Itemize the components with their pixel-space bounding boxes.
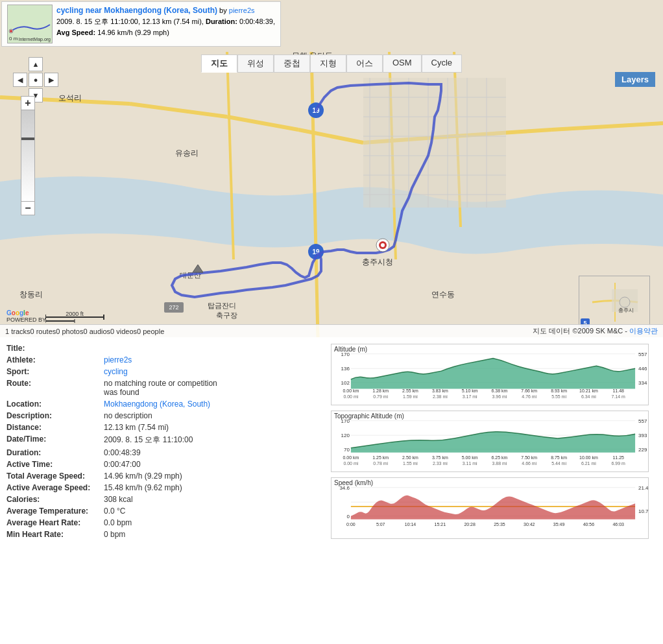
row-calories: Calories: 308 kcal bbox=[6, 495, 324, 504]
svg-text:2.33 mi: 2.33 mi bbox=[433, 461, 448, 466]
svg-text:3.11 mi: 3.11 mi bbox=[463, 461, 477, 466]
svg-text:557 ft: 557 ft bbox=[638, 352, 648, 357]
svg-text:3.17 mi: 3.17 mi bbox=[463, 394, 477, 399]
svg-text:11.48: 11.48 bbox=[612, 388, 624, 393]
svg-point-58 bbox=[620, 297, 630, 307]
row-distance: Distance: 12.13 km (7.54 mi) bbox=[6, 423, 324, 432]
value-total-avg-speed: 14.96 km/h (9.29 mph) bbox=[104, 471, 182, 481]
zoom-out-button[interactable]: − bbox=[21, 201, 35, 215]
tab-cycle[interactable]: Cycle bbox=[422, 54, 463, 73]
svg-text:6.21 mi: 6.21 mi bbox=[581, 461, 596, 466]
tab-jido[interactable]: 지도 bbox=[201, 54, 237, 73]
svg-text:3.83 km: 3.83 km bbox=[432, 388, 448, 393]
svg-text:3.75 km: 3.75 km bbox=[432, 455, 448, 460]
value-athlete[interactable]: pierre2s bbox=[104, 355, 132, 364]
mini-map: 충주시 5 bbox=[579, 276, 650, 331]
label-active-time: Active Time: bbox=[6, 460, 104, 469]
value-route: no matching route or competitionwas foun… bbox=[104, 379, 217, 397]
row-athlete: Athlete: pierre2s bbox=[6, 355, 324, 364]
svg-text:6.38 km: 6.38 km bbox=[492, 388, 508, 393]
value-distance: 12.13 km (7.54 mi) bbox=[104, 423, 169, 432]
chart2-svg: 170 120 70 557 ft 393 229 0.00 km 1.25 k… bbox=[332, 411, 648, 471]
svg-text:70: 70 bbox=[344, 447, 350, 453]
svg-text:15:21: 15:21 bbox=[435, 522, 446, 527]
tab-osm[interactable]: OSM bbox=[383, 54, 422, 73]
tab-wisong[interactable]: 위성 bbox=[237, 54, 274, 73]
svg-text:0.00 mi: 0.00 mi bbox=[343, 394, 358, 399]
value-active-avg-speed: 15.48 km/h (9.62 mph) bbox=[104, 483, 182, 492]
row-route: Route: no matching route or competitionw… bbox=[6, 379, 324, 397]
label-location: Location: bbox=[6, 400, 104, 409]
svg-text:500 m: 500 m bbox=[53, 323, 67, 324]
pan-left-button[interactable]: ◀ bbox=[13, 73, 27, 87]
zoom-slider[interactable] bbox=[21, 110, 35, 201]
stats-videos: 0 videos bbox=[110, 328, 137, 335]
label-calories: Calories: bbox=[6, 495, 104, 504]
map-license-link[interactable]: 이용약관 bbox=[629, 326, 658, 336]
tab-eos[interactable]: 어스 bbox=[346, 54, 383, 73]
svg-text:272: 272 bbox=[169, 304, 178, 311]
svg-text:10:14: 10:14 bbox=[405, 522, 416, 527]
svg-text:4.66 mi: 4.66 mi bbox=[522, 461, 536, 466]
label-avg-temp: Average Temperature: bbox=[6, 507, 104, 516]
value-datetime: 2009. 8. 15 오후 11:10:00 bbox=[104, 435, 193, 446]
svg-text:0: 0 bbox=[346, 514, 350, 519]
label-min-hr: Min Heart Rate: bbox=[6, 530, 104, 539]
svg-text:40:56: 40:56 bbox=[583, 522, 595, 527]
svg-text:229: 229 bbox=[638, 447, 647, 453]
svg-text:3.88 mi: 3.88 mi bbox=[492, 461, 507, 466]
svg-text:5.10 km: 5.10 km bbox=[462, 388, 478, 393]
row-min-hr: Min Heart Rate: 0 bpm bbox=[6, 530, 324, 539]
pan-center-button[interactable]: ● bbox=[29, 73, 43, 87]
popup-content: cycling near Mokhaengdong (Korea, South)… bbox=[56, 5, 275, 38]
svg-point-47 bbox=[10, 30, 12, 32]
svg-text:유송리: 유송리 bbox=[175, 149, 199, 158]
value-sport[interactable]: cycling bbox=[104, 367, 128, 376]
chart3-svg: 34.6 0 21.4 mph 10.7 0:00 5:07 10:14 15:… bbox=[332, 478, 648, 538]
stats-bar: 1 tracks 0 routes 0 photos 0 audios 0 vi… bbox=[0, 324, 663, 337]
value-avg-temp: 0.0 °C bbox=[104, 507, 125, 516]
stats-audios: 0 audios bbox=[83, 328, 110, 335]
svg-text:334: 334 bbox=[638, 380, 647, 386]
svg-text:0.00 km: 0.00 km bbox=[343, 455, 359, 460]
svg-text:25:35: 25:35 bbox=[494, 522, 505, 527]
map-data-label: 지도 데이터 ©2009 SK M&C - bbox=[533, 326, 627, 336]
svg-text:6.25 km: 6.25 km bbox=[492, 455, 508, 460]
svg-text:0.00 mi: 0.00 mi bbox=[343, 461, 358, 466]
layers-button[interactable]: Layers bbox=[615, 72, 655, 87]
tab-jungchop[interactable]: 중첩 bbox=[274, 54, 310, 73]
label-sport: Sport: bbox=[6, 367, 104, 376]
svg-text:7.66 km: 7.66 km bbox=[521, 388, 537, 393]
row-total-avg-speed: Total Average Speed: 14.96 km/h (9.29 mp… bbox=[6, 471, 324, 481]
map-container: 19 19 272 오석리 유송리 창동리 대문산 탑금잔디 축구장 목행·용탄… bbox=[0, 0, 663, 337]
pan-up-button[interactable]: ▲ bbox=[29, 57, 43, 71]
chart1-title: Altitude (m) bbox=[334, 346, 367, 353]
value-avg-hr: 0.0 bpm bbox=[104, 518, 132, 527]
svg-text:10.7: 10.7 bbox=[638, 508, 648, 514]
zoom-control: + − bbox=[21, 96, 35, 215]
svg-text:충주시청: 충주시청 bbox=[362, 257, 393, 267]
svg-text:35:49: 35:49 bbox=[553, 522, 565, 527]
row-active-time: Active Time: 0:00:47:00 bbox=[6, 460, 324, 469]
topo-altitude-chart: Topographic Altitude (m) 170 120 70 557 … bbox=[331, 411, 649, 472]
svg-text:8.93 km: 8.93 km bbox=[551, 388, 567, 393]
popup-title: cycling near Mokhaengdong (Korea, South) bbox=[56, 6, 217, 15]
svg-text:5.44 mi: 5.44 mi bbox=[551, 461, 566, 466]
pan-right-button[interactable]: ▶ bbox=[44, 73, 58, 87]
row-datetime: Date/Time: 2009. 8. 15 오후 11:10:00 bbox=[6, 435, 324, 446]
value-location[interactable]: Mokhaengdong (Korea, South) bbox=[104, 400, 210, 409]
label-duration: Duration: bbox=[6, 448, 104, 457]
svg-text:4.76 mi: 4.76 mi bbox=[522, 394, 536, 399]
value-duration: 0:00:48:39 bbox=[104, 448, 141, 457]
svg-text:6.99 m: 6.99 m bbox=[612, 461, 626, 466]
zoom-in-button[interactable]: + bbox=[21, 96, 35, 110]
label-title: Title: bbox=[6, 344, 104, 353]
map-nav-controls: ▲ ◀ ● ▶ ▼ bbox=[13, 57, 58, 102]
speed-chart: Speed (km/h) 34.6 0 21.4 mph 10.7 0:00 bbox=[331, 477, 649, 539]
row-duration: Duration: 0:00:48:39 bbox=[6, 448, 324, 457]
row-active-avg-speed: Active Average Speed: 15.48 km/h (9.62 m… bbox=[6, 483, 324, 492]
altitude-chart: Altitude (m) 170 136 102 557 ft 446 334 bbox=[331, 344, 649, 405]
svg-text:10.00 km: 10.00 km bbox=[579, 455, 598, 460]
label-route: Route: bbox=[6, 379, 104, 388]
tab-jihyong[interactable]: 지형 bbox=[310, 54, 346, 73]
